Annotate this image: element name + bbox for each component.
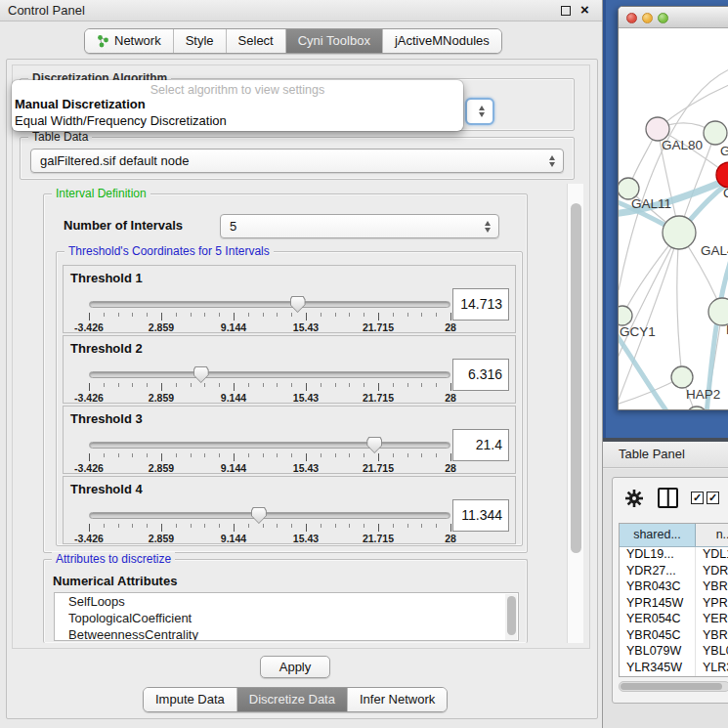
slider-thumb[interactable] <box>193 366 209 383</box>
tab-label: Discretize Data <box>249 692 335 707</box>
apply-button[interactable]: Apply <box>260 656 330 678</box>
column-header-name[interactable]: n... <box>696 524 728 546</box>
table-cell[interactable]: YLR3... <box>696 661 728 677</box>
scale-tick-label: 9.144 <box>221 321 246 333</box>
table-data-combo[interactable]: galFiltered.sif default node <box>30 149 564 173</box>
table-cell[interactable]: YDL1... <box>696 547 728 564</box>
algorithm-option-equal-width[interactable]: Equal Width/Frequency Discretization <box>12 113 463 130</box>
close-traffic-light-icon[interactable] <box>626 13 637 23</box>
table-row[interactable]: YBR045C YBR0... <box>620 628 728 645</box>
slider-ticks <box>89 524 450 533</box>
table-row[interactable]: YDL19... YDL1... <box>620 547 728 564</box>
table-row[interactable]: YPR145W YPR1... <box>620 596 728 613</box>
table-cell[interactable]: YDL19... <box>620 547 696 564</box>
scale-tick-label: 2.859 <box>149 321 174 333</box>
attributes-scrollbar-thumb[interactable] <box>507 596 516 635</box>
threshold-value-field[interactable]: 11.344 <box>452 499 509 532</box>
table-panel-box: ✓ ✓ shared... n... YDL19... YDL1... YDR2… <box>612 477 728 704</box>
tab-cyni-toolbox[interactable]: Cyni Toolbox <box>285 29 382 53</box>
threshold-value-field[interactable]: 21.4 <box>452 429 509 461</box>
threshold-slider[interactable]: -3.4262.8599.14415.4321.71528 <box>89 371 450 403</box>
table-cell[interactable]: YBR0... <box>696 579 728 596</box>
gear-icon[interactable] <box>624 489 644 508</box>
network-node[interactable] <box>704 121 727 145</box>
slider-thumb[interactable] <box>290 296 306 313</box>
horizontal-scrollbar-thumb[interactable] <box>621 683 722 690</box>
zoom-traffic-light-icon[interactable] <box>658 13 668 23</box>
tab-label: jActiveMNodules <box>395 33 490 48</box>
slider-thumb[interactable] <box>366 437 382 453</box>
table-row[interactable]: YBR043C YBR0... <box>620 579 728 596</box>
columns-icon[interactable] <box>658 488 678 508</box>
table-cell[interactable]: YBR043C <box>620 579 696 596</box>
slider-track[interactable] <box>89 512 450 519</box>
table-panel: ✓ ✓ shared... n... YDL19... YDL1... YDR2… <box>603 469 728 728</box>
table-toolbar: ✓ ✓ <box>613 478 728 519</box>
algorithm-option-manual[interactable]: Manual Discretization <box>12 97 463 113</box>
network-node[interactable] <box>619 306 632 325</box>
minimize-traffic-light-icon[interactable] <box>642 13 653 23</box>
vertical-scrollbar-thumb[interactable] <box>571 203 581 553</box>
table-row[interactable]: YIL052C YIL0... <box>620 676 728 677</box>
column-header-shared-name[interactable]: shared... <box>620 524 696 546</box>
network-node[interactable] <box>671 366 693 388</box>
checkbox-icon[interactable]: ✓ <box>707 492 719 504</box>
tab-style[interactable]: Style <box>173 29 226 53</box>
threshold-slider[interactable]: -3.4262.8599.14415.4321.71528 <box>89 512 450 543</box>
table-cell[interactable]: YIL0... <box>696 676 728 677</box>
tab-network[interactable]: Network <box>85 29 173 53</box>
table-row[interactable]: YER054C YER0... <box>620 612 728 628</box>
tab-infer-network[interactable]: Infer Network <box>347 688 447 711</box>
float-window-icon[interactable] <box>561 6 571 16</box>
slider-track[interactable] <box>89 442 450 449</box>
table-cell[interactable]: YBR045C <box>620 628 696 645</box>
tab-select[interactable]: Select <box>226 29 285 53</box>
close-icon[interactable]: × <box>580 1 589 18</box>
table-cell[interactable]: YPR1... <box>696 596 728 613</box>
table-row[interactable]: YBL079W YBL0... <box>620 644 728 661</box>
table-cell[interactable]: YIL052C <box>620 676 696 677</box>
checkbox-icon[interactable]: ✓ <box>691 492 704 504</box>
threshold-value-field[interactable]: 6.316 <box>452 359 509 391</box>
control-panel-titlebar[interactable]: Control Panel × <box>0 0 602 21</box>
network-node[interactable] <box>708 298 728 325</box>
attribute-item[interactable]: BetweennessCentrality <box>55 626 518 641</box>
table-cell[interactable]: YDR27... <box>620 564 696 580</box>
tab-impute-data[interactable]: Impute Data <box>144 688 236 711</box>
network-node[interactable] <box>663 216 696 249</box>
tab-discretize-data[interactable]: Discretize Data <box>236 688 347 711</box>
threshold-slider[interactable]: -3.4262.8599.14415.4321.71528 <box>89 442 450 473</box>
table-cell[interactable]: YDR2... <box>696 564 728 580</box>
network-window-titlebar[interactable] <box>619 7 728 28</box>
table-cell[interactable]: YBL0... <box>696 644 728 661</box>
top-tab-bar: Network Style Select Cyni Toolbox jActiv… <box>84 28 502 54</box>
threshold-row: Threshold 1 -3.4262.8599.14415.4321.7152… <box>63 265 516 333</box>
attribute-item[interactable]: TopologicalCoefficient <box>55 610 518 626</box>
numerical-attributes-list[interactable]: SelfLoopsTopologicalCoefficientBetweenne… <box>54 592 519 641</box>
table-cell[interactable]: YER0... <box>696 612 728 628</box>
network-canvas[interactable]: GAL80GACGAL11GAL4GCY1HHAP2 <box>619 28 728 410</box>
table-cell[interactable]: YBR0... <box>696 628 728 645</box>
attribute-item[interactable]: SelfLoops <box>55 593 518 610</box>
attributes-group: Attributes to discretize Numerical Attri… <box>43 559 528 643</box>
algorithm-combo-fragment[interactable] <box>465 98 494 125</box>
slider-track[interactable] <box>89 301 450 308</box>
network-window[interactable]: GAL80GACGAL11GAL4GCY1HHAP2 <box>618 6 728 410</box>
tab-jactivemnodules[interactable]: jActiveMNodules <box>382 29 501 53</box>
vertical-scrollbar[interactable] <box>567 184 583 643</box>
threshold-slider[interactable]: -3.4262.8599.14415.4321.71528 <box>89 301 450 332</box>
table-cell[interactable]: YBL079W <box>620 644 696 661</box>
slider-thumb[interactable] <box>251 507 267 524</box>
table-cell[interactable]: YER054C <box>620 612 696 628</box>
table-panel-header[interactable]: Table Panel <box>603 442 728 468</box>
horizontal-scrollbar[interactable] <box>619 681 728 692</box>
table-cell[interactable]: YLR345W <box>620 661 696 677</box>
network-node[interactable] <box>686 407 707 410</box>
table-row[interactable]: YLR345W YLR3... <box>620 661 728 677</box>
attributes-scrollbar[interactable] <box>505 594 517 641</box>
table-row[interactable]: YDR27... YDR2... <box>620 564 728 580</box>
threshold-value-field[interactable]: 14.713 <box>452 288 509 321</box>
slider-track[interactable] <box>89 371 450 378</box>
number-of-intervals-combo[interactable]: 5 <box>220 214 499 238</box>
table-cell[interactable]: YPR145W <box>620 596 696 613</box>
